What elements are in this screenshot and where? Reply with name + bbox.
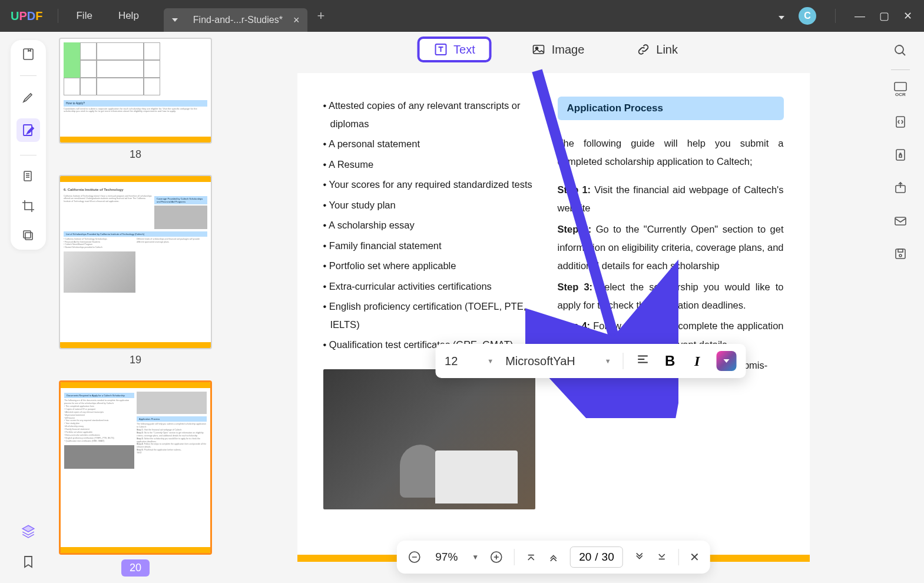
list-item: • Your scores for any required standardi… <box>323 175 535 194</box>
tab-dropdown-icon[interactable] <box>172 18 178 22</box>
section-header: Application Process <box>558 97 784 120</box>
new-tab-button[interactable]: + <box>317 8 324 24</box>
text-edit-field[interactable]: TEXT <box>628 382 668 399</box>
right-rail: OCR <box>877 32 924 583</box>
minimize-button[interactable]: — <box>855 10 865 22</box>
text-tool-label: Text <box>453 43 475 57</box>
text-tool-button[interactable]: Text <box>417 37 492 62</box>
tab-area: Find-and-...r-Studies* × + <box>164 0 324 32</box>
crop-tool-icon[interactable] <box>20 198 37 214</box>
window-controls: C — ▢ ✕ <box>779 7 924 25</box>
align-left-icon[interactable] <box>635 353 651 369</box>
svg-rect-19 <box>898 249 903 252</box>
list-item: • Portfolio set where applicable <box>323 257 535 275</box>
link-tool-button[interactable]: Link <box>624 38 690 61</box>
zoom-out-button[interactable] <box>407 550 421 564</box>
protect-icon[interactable] <box>892 147 909 163</box>
pages-tool-icon[interactable] <box>20 168 37 185</box>
layers-icon[interactable] <box>20 523 37 539</box>
edit-tool-icon[interactable] <box>16 118 40 142</box>
editing-text-value: TEXT <box>634 385 661 396</box>
text-color-picker[interactable] <box>717 351 737 371</box>
svg-rect-17 <box>895 217 906 225</box>
italic-button[interactable]: I <box>690 353 705 369</box>
search-icon[interactable] <box>892 42 909 59</box>
svg-rect-12 <box>895 82 906 91</box>
text-format-toolbar: 12▼ MicrosoftYaH▼ B I <box>435 344 746 378</box>
chevron-down-icon[interactable] <box>779 10 784 22</box>
left-rail <box>0 32 53 583</box>
zoom-dropdown-icon[interactable]: ▼ <box>472 553 479 561</box>
bookmark-icon[interactable] <box>20 554 37 570</box>
document-tab[interactable]: Find-and-...r-Studies* × <box>164 8 308 32</box>
first-page-button[interactable] <box>525 551 537 563</box>
next-page-button[interactable] <box>634 551 645 563</box>
step-item: Step 2: Go to the "Currently Open" secti… <box>558 220 784 276</box>
thumbnail-label: 19 <box>59 354 212 366</box>
email-icon[interactable] <box>892 213 909 229</box>
prev-page-button[interactable] <box>548 551 559 563</box>
list-item: • Extra-curricular activities certificat… <box>323 277 535 296</box>
app-logo: UPDF <box>0 9 53 23</box>
divider <box>58 9 58 23</box>
thumbnail-page-19[interactable]: 6. California Institute of Technology Ca… <box>59 175 212 349</box>
font-size-select[interactable]: 12▼ <box>445 355 494 368</box>
user-avatar[interactable]: C <box>799 7 816 25</box>
ocr-icon[interactable]: OCR <box>892 81 909 97</box>
save-icon[interactable] <box>892 246 909 262</box>
maximize-button[interactable]: ▢ <box>879 9 889 22</box>
titlebar: UPDF File Help Find-and-...r-Studies* × … <box>0 0 924 32</box>
list-item: • A Resume <box>323 155 535 174</box>
reader-tool-icon[interactable] <box>20 46 37 62</box>
highlight-tool-icon[interactable] <box>20 89 37 105</box>
edit-toolbar: Text Image Link <box>417 37 690 62</box>
svg-rect-15 <box>899 155 902 157</box>
image-tool-button[interactable]: Image <box>520 38 597 61</box>
bottom-left-tools <box>20 523 37 570</box>
convert-icon[interactable] <box>892 114 909 130</box>
content-image <box>323 369 535 509</box>
share-icon[interactable] <box>892 180 909 196</box>
step-item: Step 3: Select the scholarship you would… <box>558 278 784 315</box>
right-column: Application Process The following guide … <box>558 97 784 509</box>
thumbnail-page-18[interactable]: How to Apply? Candidates will need to su… <box>59 38 212 144</box>
image-tool-label: Image <box>552 43 585 57</box>
svg-rect-4 <box>24 231 31 238</box>
zoom-level: 97% <box>432 551 461 564</box>
tab-close-icon[interactable]: × <box>293 14 300 26</box>
svg-point-11 <box>895 45 903 54</box>
zoom-in-button[interactable] <box>489 550 504 564</box>
thumbnail-label-selected: 20 <box>121 559 150 577</box>
page-content: • Attested copies of any relevant transc… <box>297 73 810 562</box>
thumbnail-page-20[interactable]: Documents Required to Apply for a Caltec… <box>59 380 212 555</box>
list-item: • Attested copies of any relevant transc… <box>323 97 535 132</box>
list-item: • Family financial statement <box>323 237 535 255</box>
list-item: • English proficiency certification (TOE… <box>323 297 535 333</box>
list-item: • A personal statement <box>323 135 535 153</box>
last-page-button[interactable] <box>656 551 668 563</box>
intro-paragraph: The following guide will help you submit… <box>558 134 784 170</box>
svg-point-20 <box>899 254 902 257</box>
tab-title: Find-and-...r-Studies* <box>193 15 283 25</box>
left-column: • Attested copies of any relevant transc… <box>323 97 535 509</box>
svg-rect-2 <box>24 171 31 181</box>
menu-help[interactable]: Help <box>105 10 152 22</box>
thumbnail-panel: How to Apply? Candidates will need to su… <box>53 32 230 583</box>
page-navigation-bar: 97% ▼ 20 / 30 ✕ <box>396 541 710 574</box>
close-button[interactable]: ✕ <box>903 9 912 22</box>
step-item: Step 1: Visit the financial aid webpage … <box>558 181 784 218</box>
bold-button[interactable]: B <box>663 353 678 369</box>
batch-tool-icon[interactable] <box>20 227 37 244</box>
font-family-select[interactable]: MicrosoftYaH▼ <box>505 355 611 368</box>
list-item: • A scholarship essay <box>323 216 535 234</box>
document-canvas: Text Image Link • Attested copies of any… <box>230 32 877 583</box>
divider <box>835 9 836 23</box>
list-item: • Your study plan <box>323 196 535 214</box>
menu-file[interactable]: File <box>63 10 105 22</box>
svg-rect-3 <box>25 233 32 240</box>
svg-rect-6 <box>534 45 544 54</box>
link-tool-label: Link <box>656 43 678 57</box>
close-bar-button[interactable]: ✕ <box>690 550 700 564</box>
page-number-input[interactable]: 20 / 30 <box>570 546 623 568</box>
thumbnail-label: 18 <box>59 148 212 161</box>
